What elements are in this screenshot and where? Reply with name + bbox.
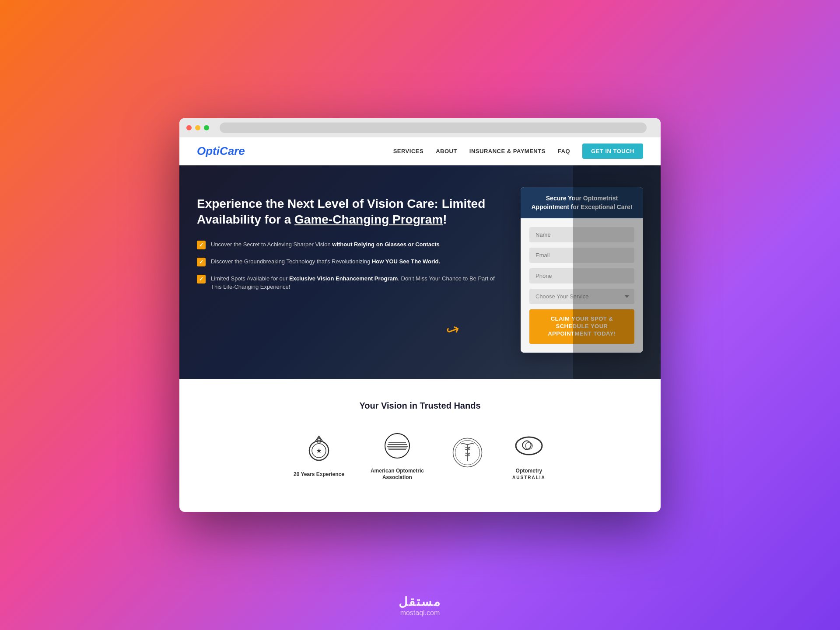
trust-item-experience: ★ 20 Years Experience	[294, 432, 344, 478]
hero-bullet-1: Uncover the Secret to Achieving Sharper …	[197, 240, 503, 249]
hero-bullets: Uncover the Secret to Achieving Sharper …	[197, 240, 503, 291]
appointment-form-card: Secure Your Optometrist Appointment for …	[521, 187, 643, 353]
phone-input[interactable]	[529, 268, 634, 284]
trust-title: Your Vision in Trusted Hands	[197, 401, 643, 411]
seal-icon	[450, 435, 485, 470]
hero-bullet-3: Limited Spots Available for our Exclusiv…	[197, 274, 503, 291]
logo-care: Care	[220, 144, 245, 158]
svg-point-4	[385, 434, 410, 458]
service-select[interactable]: Choose Your Service Eye Exam Contact Len…	[529, 289, 634, 304]
site-content: OptiCare SERVICES ABOUT INSURANCE & PAYM…	[179, 137, 661, 503]
nav-faq[interactable]: FAQ	[558, 148, 570, 154]
trust-section: Your Vision in Trusted Hands ★	[179, 379, 661, 503]
name-input[interactable]	[529, 227, 634, 242]
trust-item-optometry-au: OptometryAUSTRALIA	[511, 428, 546, 481]
medal-icon: ★	[301, 432, 336, 467]
bullet-text-3: Limited Spots Available for our Exclusiv…	[211, 274, 503, 291]
navbar: OptiCare SERVICES ABOUT INSURANCE & PAYM…	[179, 137, 661, 165]
watermark-sub: mostaql.com	[399, 609, 441, 617]
trust-logos: ★ 20 Years Experience	[197, 428, 643, 481]
traffic-light-green[interactable]	[204, 125, 209, 130]
checkbox-icon-2	[197, 258, 206, 266]
form-card-body: Choose Your Service Eye Exam Contact Len…	[521, 218, 643, 353]
trust-label-aoa: American OptometricAssociation	[371, 468, 424, 481]
bullet-text-2: Discover the Groundbreaking Technology t…	[211, 257, 440, 266]
svg-text:★: ★	[316, 448, 322, 454]
hero-bullet-2: Discover the Groundbreaking Technology t…	[197, 257, 503, 266]
trust-item-aoa: American OptometricAssociation	[371, 428, 424, 481]
url-bar	[220, 122, 647, 133]
nav-services[interactable]: SERVICES	[393, 148, 424, 154]
hero-headline: Experience the Next Level of Vision Care…	[197, 196, 503, 228]
nav-insurance[interactable]: INSURANCE & PAYMENTS	[469, 148, 546, 154]
hero-section: Experience the Next Level of Vision Care…	[179, 165, 661, 379]
watermark-text: مستقل	[399, 595, 441, 609]
trust-label-optometry-au: OptometryAUSTRALIA	[512, 468, 546, 481]
trust-label-experience: 20 Years Experience	[294, 471, 344, 478]
svg-point-13	[516, 437, 542, 455]
traffic-light-yellow[interactable]	[195, 125, 200, 130]
optometry-au-icon	[511, 428, 546, 463]
browser-chrome	[179, 118, 661, 137]
logo[interactable]: OptiCare	[197, 144, 245, 158]
browser-window: OptiCare SERVICES ABOUT INSURANCE & PAYM…	[179, 118, 661, 512]
logo-opti: Opti	[197, 144, 220, 158]
traffic-light-red[interactable]	[186, 125, 192, 130]
checkbox-icon-1	[197, 241, 206, 249]
claim-spot-button[interactable]: CLAIM YOUR SPOT & SCHEDULE YOUR APPOINTM…	[529, 309, 634, 344]
nav-links: SERVICES ABOUT INSURANCE & PAYMENTS FAQ …	[393, 144, 643, 159]
email-input[interactable]	[529, 248, 634, 263]
form-card-title: Secure Your Optometrist Appointment for …	[529, 194, 634, 211]
aoa-icon	[380, 428, 415, 463]
watermark-area: مستقل mostaql.com	[399, 595, 441, 617]
nav-about[interactable]: ABOUT	[436, 148, 457, 154]
bullet-text-1: Uncover the Secret to Achieving Sharper …	[211, 240, 440, 249]
form-card-header: Secure Your Optometrist Appointment for …	[521, 187, 643, 218]
trust-item-seal	[450, 435, 485, 474]
checkbox-icon-3	[197, 275, 206, 284]
get-in-touch-button[interactable]: GET IN TOUCH	[582, 144, 643, 159]
